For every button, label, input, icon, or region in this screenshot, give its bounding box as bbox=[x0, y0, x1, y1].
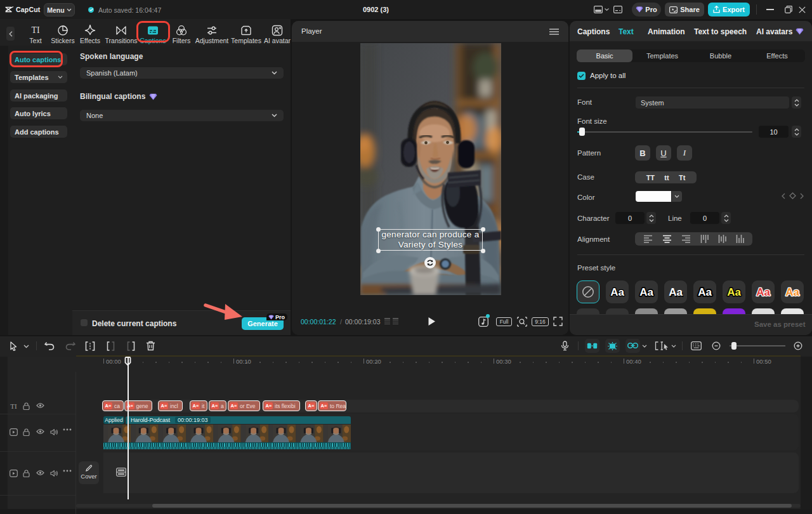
svg-text:TI: TI bbox=[31, 25, 40, 35]
svg-text:TI: TI bbox=[10, 402, 17, 409]
svg-text:Aa: Aa bbox=[610, 286, 624, 298]
svg-text:Aa: Aa bbox=[698, 286, 712, 298]
svg-text:Aa: Aa bbox=[756, 286, 770, 298]
svg-text:Aa: Aa bbox=[785, 286, 799, 298]
svg-text:Aa: Aa bbox=[639, 286, 653, 298]
svg-text:Aa: Aa bbox=[669, 286, 683, 298]
svg-text:Aa: Aa bbox=[727, 286, 741, 298]
